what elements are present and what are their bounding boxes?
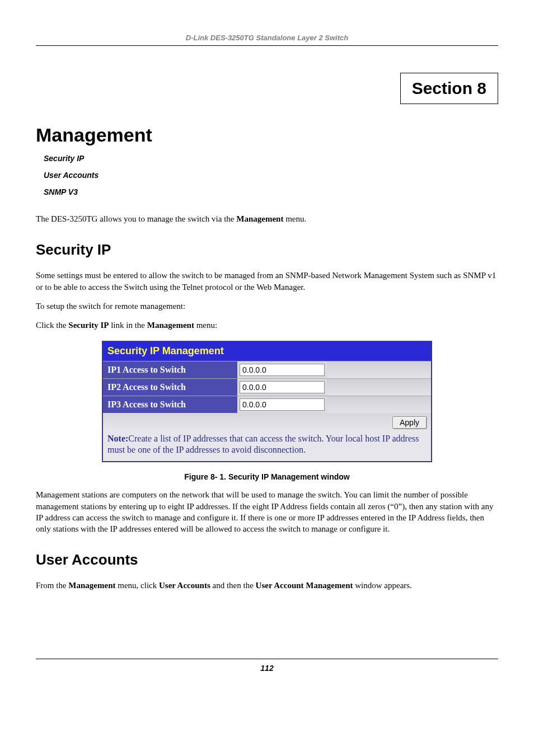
apply-button[interactable]: Apply: [392, 416, 427, 429]
ip1-label: IP1 Access to Switch: [103, 361, 237, 378]
ip1-field-wrap: [237, 361, 327, 378]
page-title: Management: [36, 124, 498, 146]
security-ip-p3: Click the Security IP link in the Manage…: [36, 320, 498, 331]
intro-paragraph: The DES-3250TG allows you to manage the …: [36, 213, 498, 224]
panel-title: Security IP Management: [103, 342, 431, 361]
topic-user-accounts: User Accounts: [44, 171, 498, 180]
ip2-field-wrap: [237, 379, 327, 396]
ip3-input[interactable]: [240, 398, 325, 411]
figure-caption-8-1: Figure 8- 1. Security IP Management wind…: [36, 472, 498, 481]
ip1-row: IP1 Access to Switch: [103, 361, 431, 378]
footer-rule: [36, 659, 498, 659]
p3-b2: Management: [147, 321, 194, 330]
ip2-row: IP2 Access to Switch: [103, 378, 431, 396]
p3-prefix: Click the: [36, 321, 68, 330]
heading-user-accounts: User Accounts: [36, 551, 498, 569]
ua-mid2: and then the: [210, 581, 256, 590]
intro-bold: Management: [236, 214, 283, 223]
p3-mid: link in the: [109, 321, 147, 330]
ua-b3: User Account Management: [256, 581, 353, 590]
ip3-label: IP3 Access to Switch: [103, 396, 237, 413]
ip3-spacer: [327, 396, 431, 413]
security-ip-p2: To setup the switch for remote managemen…: [36, 300, 498, 312]
note-text: Create a list of IP addresses that can a…: [107, 434, 419, 454]
intro-suffix: menu.: [283, 214, 306, 223]
security-ip-p1: Some settings must be entered to allow t…: [36, 270, 498, 293]
ip3-row: IP3 Access to Switch: [103, 396, 431, 413]
topic-security-ip: Security IP: [44, 154, 498, 163]
ua-b1: Management: [68, 581, 115, 590]
security-ip-panel: Security IP Management IP1 Access to Swi…: [102, 341, 432, 462]
ip2-spacer: [327, 379, 431, 396]
ua-suffix: window appears.: [353, 581, 411, 590]
header-rule: [36, 45, 498, 46]
ip2-input[interactable]: [240, 381, 325, 393]
topic-list: Security IP User Accounts SNMP V3: [44, 154, 498, 196]
ip2-label: IP2 Access to Switch: [103, 379, 237, 396]
heading-security-ip: Security IP: [36, 241, 498, 259]
p3-b1: Security IP: [68, 321, 109, 330]
apply-row: Apply: [103, 413, 431, 431]
ua-mid1: menu, click: [116, 581, 159, 590]
running-header: D-Link DES-3250TG Standalone Layer 2 Swi…: [36, 34, 498, 42]
ua-prefix: From the: [36, 581, 68, 590]
section-number-box: Section 8: [400, 73, 498, 104]
panel-note: Note:Create a list of IP addresses that …: [103, 431, 431, 461]
security-ip-p4: Management stations are computers on the…: [36, 489, 498, 534]
note-bold: Note:: [107, 434, 128, 443]
topic-snmp-v3: SNMP V3: [44, 187, 498, 196]
page-number: 112: [36, 664, 498, 673]
ip3-field-wrap: [237, 396, 327, 413]
intro-prefix: The DES-3250TG allows you to manage the …: [36, 214, 236, 223]
ua-b2: User Accounts: [159, 581, 210, 590]
ip1-spacer: [327, 361, 431, 378]
p3-suffix: menu:: [194, 321, 217, 330]
ip1-input[interactable]: [240, 364, 325, 376]
user-accounts-p: From the Management menu, click User Acc…: [36, 580, 498, 591]
